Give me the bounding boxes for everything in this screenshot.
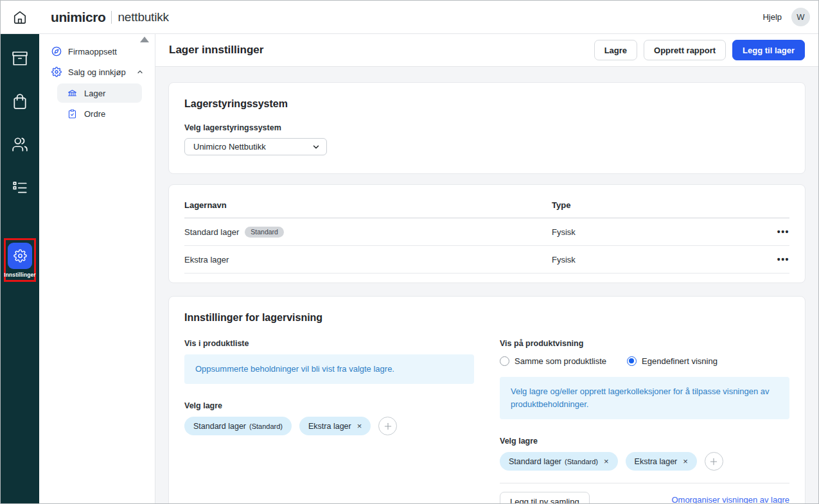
create-report-button[interactable]: Opprett rapport xyxy=(644,40,726,60)
warehouse-chip: Standard lager (Standard) × xyxy=(500,452,618,471)
gear-icon xyxy=(13,249,27,263)
reorder-warehouses-link[interactable]: Omorganiser visningen av lagre xyxy=(671,495,789,504)
radio-same-as-product-list[interactable]: Samme som produktliste xyxy=(500,356,606,366)
card-title: Lagerstyringssystem xyxy=(184,98,789,110)
chip-suffix: (Standard) xyxy=(249,422,283,430)
remove-chip-icon[interactable]: × xyxy=(357,422,362,430)
select-system-label: Velg lagerstyringssystem xyxy=(184,123,789,132)
warehouse-chip: Ekstra lager × xyxy=(299,417,371,435)
clipboard-check-icon xyxy=(67,109,77,119)
help-link[interactable]: Hjelp xyxy=(762,12,782,22)
subnav-item-ordre[interactable]: Ordre xyxy=(57,104,142,123)
subnav-label: Ordre xyxy=(84,109,105,119)
product-view-label: Vis på produktvisning xyxy=(500,339,789,348)
subnav-item-firmaoppsett[interactable]: Firmaoppsett xyxy=(39,41,155,62)
sidebar-settings-label: Innstillinger xyxy=(4,272,35,278)
radio-checked-icon xyxy=(627,356,637,366)
display-settings-card: Innstillinger for lagervisning Vis i pro… xyxy=(168,296,806,504)
sidebar-item-shop[interactable] xyxy=(12,93,28,110)
warehouse-type: Fysisk xyxy=(552,255,768,265)
table-row: Ekstra lager Fysisk ••• xyxy=(184,246,789,274)
subnav: Firmaoppsett Salg og innkjøp xyxy=(39,34,155,503)
select-value: Unimicro Nettbutikk xyxy=(193,142,266,152)
logo-divider xyxy=(111,11,112,24)
product-view-column: Vis på produktvisning Samme som produktl… xyxy=(500,339,789,504)
add-warehouse-button[interactable]: Legg til lager xyxy=(732,40,805,60)
subnav-item-lager[interactable]: Lager xyxy=(57,83,142,103)
add-warehouse-chip-button[interactable] xyxy=(705,452,723,471)
sidebar-item-customers[interactable] xyxy=(12,136,28,153)
list-icon xyxy=(12,179,28,196)
annotation-highlight: Innstillinger xyxy=(4,238,36,282)
add-warehouse-chip-button[interactable] xyxy=(378,417,397,435)
radio-custom-view[interactable]: Egendefinert visning xyxy=(627,356,718,366)
info-box: Velg lagre og/eller opprett lagerkolleks… xyxy=(500,377,789,419)
chip-label: Standard lager xyxy=(193,422,246,431)
inventory-system-select[interactable]: Unimicro Nettbutikk xyxy=(184,138,327,155)
chip-label: Ekstra lager xyxy=(308,422,351,431)
radio-label: Egendefinert visning xyxy=(642,356,718,366)
avatar[interactable]: W xyxy=(791,8,810,26)
compass-icon xyxy=(51,46,62,56)
radio-icon xyxy=(500,356,509,366)
section-divider xyxy=(500,483,789,483)
card-title: Innstillinger for lagervisning xyxy=(184,312,789,324)
save-button[interactable]: Lagre xyxy=(594,40,637,60)
scroll-up-icon[interactable] xyxy=(140,37,149,42)
subnav-label: Lager xyxy=(84,89,105,98)
main-area: Lager innstillinger Lagre Opprett rappor… xyxy=(155,34,818,503)
page-header: Lager innstillinger Lagre Opprett rappor… xyxy=(155,34,818,67)
view-mode-radio-group: Samme som produktliste Egendefinert visn… xyxy=(500,356,789,366)
select-warehouses-label: Velg lagre xyxy=(184,401,474,410)
warehouse-type: Fysisk xyxy=(552,227,768,237)
page-title: Lager innstillinger xyxy=(169,44,263,56)
select-warehouses-label: Velg lagre xyxy=(500,437,789,446)
page-content: Lagerstyringssystem Velg lagerstyringssy… xyxy=(155,67,818,504)
warehouse-icon xyxy=(67,89,77,98)
status-badge: Standard xyxy=(245,227,284,238)
sidebar-item-lists[interactable] xyxy=(12,179,28,196)
add-icon xyxy=(709,456,719,467)
gear-icon xyxy=(51,67,62,77)
archive-icon xyxy=(12,50,28,67)
users-icon xyxy=(12,136,28,153)
header-actions: Lagre Opprett rapport Legg til lager xyxy=(594,40,805,60)
warehouse-chip: Standard lager (Standard) xyxy=(184,417,292,435)
radio-label: Samme som produktliste xyxy=(515,356,606,366)
home-icon xyxy=(13,10,27,24)
remove-chip-icon[interactable]: × xyxy=(604,457,609,465)
brand-logo: unimicro nettbutikk xyxy=(51,10,169,25)
warehouse-chip: Ekstra lager × xyxy=(626,452,697,471)
info-box: Oppsummerte beholdninger vil bli vist fr… xyxy=(184,354,474,384)
table-row: Standard lager Standard Fysisk ••• xyxy=(184,218,789,246)
chevron-down-icon xyxy=(312,143,321,152)
remove-chip-icon[interactable]: × xyxy=(683,457,688,465)
topbar: unimicro nettbutikk Hjelp W xyxy=(1,1,818,34)
add-icon xyxy=(383,421,393,431)
add-collection-button[interactable]: Legg til ny samling xyxy=(500,492,590,504)
sidebar-item-settings[interactable] xyxy=(8,243,32,269)
app-window: unimicro nettbutikk Hjelp W xyxy=(0,0,819,504)
sidebar-item-products[interactable] xyxy=(12,50,28,67)
brand-name: unimicro xyxy=(51,10,105,25)
chip-label: Standard lager xyxy=(509,457,561,466)
row-menu-button[interactable]: ••• xyxy=(768,255,789,264)
shopping-bag-icon xyxy=(12,93,28,110)
column-header-name: Lagernavn xyxy=(184,200,552,210)
subnav-item-salg-og-innkjop[interactable]: Salg og innkjøp xyxy=(39,62,155,82)
inventory-system-card: Lagerstyringssystem Velg lagerstyringssy… xyxy=(168,82,806,174)
warehouse-name: Ekstra lager xyxy=(184,255,229,265)
primary-sidebar: Innstillinger xyxy=(1,34,39,503)
row-menu-button[interactable]: ••• xyxy=(768,227,789,236)
home-button[interactable] xyxy=(1,1,39,33)
warehouse-chips: Standard lager (Standard) Ekstra lager × xyxy=(184,417,474,435)
topbar-right: Hjelp W xyxy=(762,8,818,26)
brand-product: nettbutikk xyxy=(118,10,168,24)
warehouse-name: Standard lager xyxy=(184,227,239,237)
warehouse-table-card: Lagernavn Type Standard lager Standard F… xyxy=(168,184,806,283)
subnav-label: Salg og innkjøp xyxy=(68,67,126,77)
product-list-column: Vis i produktliste Oppsummerte beholdnin… xyxy=(184,339,474,504)
table-header-row: Lagernavn Type xyxy=(184,193,789,218)
warehouse-chips: Standard lager (Standard) × Ekstra lager… xyxy=(500,452,789,471)
subnav-label: Firmaoppsett xyxy=(68,47,117,56)
